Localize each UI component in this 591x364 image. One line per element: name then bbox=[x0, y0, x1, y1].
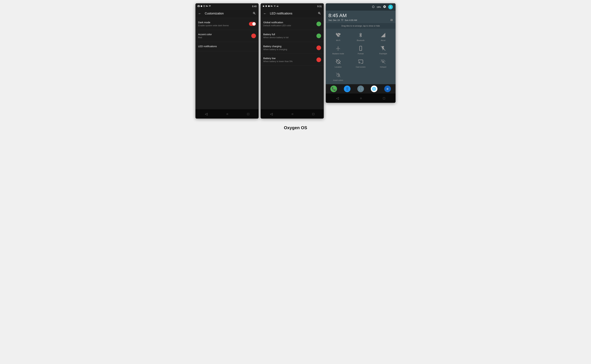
battery-percent: 19% bbox=[377, 6, 381, 8]
dock-chrome[interactable]: 🌐 bbox=[371, 85, 378, 92]
vibrate-icon-2 bbox=[268, 5, 270, 8]
status-left-icons-2 bbox=[263, 5, 279, 8]
dock-apps[interactable]: ⋮⋮ bbox=[357, 85, 364, 92]
home-nav-1[interactable]: ○ bbox=[223, 111, 232, 117]
key-icon-1 bbox=[206, 5, 208, 8]
dark-mode-subtitle: Enable system wide dark theme bbox=[198, 24, 229, 27]
led-battery-charging-subtitle: When battery is charging bbox=[263, 48, 287, 51]
qs-drag-hint: Drag tiles to re-arrange, tap to show or… bbox=[326, 23, 396, 29]
home-nav-3[interactable]: ○ bbox=[357, 95, 365, 101]
status-bar-1: 8:40 bbox=[195, 3, 259, 9]
tile-hotspot[interactable]: Hotspot bbox=[372, 57, 394, 70]
dark-mode-toggle[interactable] bbox=[249, 22, 256, 26]
back-nav-1[interactable]: ◁ bbox=[202, 110, 211, 117]
bluetooth-icon bbox=[358, 32, 363, 38]
time-2: 9:31 bbox=[317, 5, 322, 8]
vibrate-icon-1 bbox=[200, 5, 202, 8]
qs-alarm-time: Sun 4:00 AM bbox=[345, 19, 357, 21]
qs-header: 8:45 AM Sat, Dec 19 Sun 4:00 AM bbox=[326, 11, 396, 23]
led-battery-charging-dot bbox=[316, 46, 321, 50]
led-battery-charging-item[interactable]: Battery charging When battery is chargin… bbox=[261, 42, 324, 54]
lock-icon-2 bbox=[263, 5, 265, 8]
search-icon-2[interactable] bbox=[318, 12, 321, 16]
screen2-title: LED notifications bbox=[270, 12, 318, 15]
recents-nav-2[interactable]: □ bbox=[309, 111, 318, 117]
phone-led: 9:31 ← LED notifications Global notifica… bbox=[261, 3, 324, 119]
tile-invert[interactable]: Invert colors bbox=[327, 70, 349, 83]
tile-wifi-label: Wi-Fi bbox=[336, 39, 340, 41]
tile-cast[interactable]: Cast screen bbox=[350, 57, 372, 70]
tile-portrait[interactable]: Portrait bbox=[350, 43, 372, 56]
portrait-icon bbox=[358, 46, 363, 52]
bug-icon-2 bbox=[265, 5, 267, 8]
led-battery-low-item[interactable]: Battery low When battery is lower than 5… bbox=[261, 54, 324, 66]
footer-title: Oxygen OS bbox=[284, 125, 307, 130]
time-1: 8:40 bbox=[252, 5, 257, 8]
led-global-subtitle: Default notification LED color bbox=[263, 24, 291, 27]
nav-bar-2: ◁ ○ □ bbox=[261, 109, 324, 119]
led-battery-charging-text: Battery charging When battery is chargin… bbox=[263, 45, 287, 51]
signal-bars-icon bbox=[380, 32, 386, 38]
tile-bluetooth-label: Bluetooth bbox=[357, 39, 365, 41]
led-battery-low-dot bbox=[316, 58, 321, 62]
tile-aircel[interactable]: Aircel bbox=[372, 30, 394, 43]
qs-top-bar: 19% A bbox=[326, 3, 396, 11]
hotspot-off-icon bbox=[380, 59, 386, 65]
tile-portrait-label: Portrait bbox=[358, 53, 364, 55]
dark-mode-title: Dark mode bbox=[198, 21, 229, 24]
qs-date: Sat, Dec 19 bbox=[328, 19, 340, 21]
signal-icon-1 bbox=[209, 5, 211, 8]
customization-content: Dark mode Enable system wide dark theme … bbox=[195, 18, 259, 109]
tile-location[interactable]: Location bbox=[327, 57, 349, 70]
qs-tiles-grid: Wi-Fi Bluetooth Aircel bbox=[326, 29, 396, 84]
dock-contacts[interactable]: 👤 bbox=[344, 85, 351, 92]
accent-color-title: Accent color bbox=[198, 33, 212, 36]
user-avatar[interactable]: A bbox=[388, 5, 393, 9]
dark-mode-item[interactable]: Dark mode Enable system wide dark theme bbox=[195, 18, 259, 30]
dock-messages[interactable]: ≡ bbox=[384, 85, 391, 92]
back-nav-2[interactable]: ◁ bbox=[267, 110, 276, 117]
dark-mode-text: Dark mode Enable system wide dark theme bbox=[198, 21, 229, 27]
led-battery-full-title: Battery full bbox=[263, 33, 289, 36]
tile-airplane-label: Airplane mode bbox=[332, 53, 344, 55]
settings-icon[interactable] bbox=[383, 5, 386, 9]
led-global-text: Global notification Default notification… bbox=[263, 21, 291, 27]
svg-rect-1 bbox=[359, 46, 362, 51]
dock-phone[interactable]: 📞 bbox=[330, 85, 337, 92]
led-battery-full-text: Battery full When device battery is full bbox=[263, 33, 289, 39]
wifi-off-icon bbox=[336, 32, 341, 38]
accent-color-dot bbox=[251, 33, 256, 38]
recents-nav-1[interactable]: □ bbox=[244, 111, 252, 117]
led-global-title: Global notification bbox=[263, 21, 291, 24]
phone-quick-settings: 19% A 8:45 AM Sat, Dec 19 Sun 4:00 AM Dr… bbox=[326, 3, 396, 103]
accent-color-item[interactable]: Accent color Red bbox=[195, 30, 259, 42]
back-nav-3[interactable]: ◁ bbox=[333, 95, 342, 101]
home-nav-2[interactable]: ○ bbox=[288, 111, 297, 117]
svg-point-0 bbox=[372, 6, 374, 8]
phone-customization: 8:40 ← Customization Dark mode Enable sy… bbox=[195, 3, 259, 119]
led-notifications-item[interactable]: LED notifications bbox=[195, 42, 259, 51]
tile-airplane[interactable]: Airplane mode bbox=[327, 43, 349, 56]
tile-bluetooth[interactable]: Bluetooth bbox=[350, 30, 372, 43]
recents-nav-3[interactable]: □ bbox=[380, 95, 388, 101]
cast-icon bbox=[358, 59, 363, 65]
flashlight-icon bbox=[380, 46, 386, 52]
led-global-item[interactable]: Global notification Default notification… bbox=[261, 18, 324, 30]
led-battery-full-item[interactable]: Battery full When device battery is full bbox=[261, 30, 324, 42]
search-icon-1[interactable] bbox=[253, 12, 256, 16]
back-button-2[interactable]: ← bbox=[263, 12, 266, 15]
tile-aircel-label: Aircel bbox=[381, 39, 385, 41]
key-icon-2 bbox=[271, 5, 273, 8]
led-notifications-title: LED notifications bbox=[198, 45, 217, 48]
status-bar-2: 9:31 bbox=[261, 3, 324, 9]
led-battery-full-subtitle: When device battery is full bbox=[263, 36, 289, 39]
back-button-1[interactable]: ← bbox=[198, 12, 201, 15]
tile-wifi[interactable]: Wi-Fi bbox=[327, 30, 349, 43]
alarm-clock-icon bbox=[341, 19, 343, 22]
led-battery-low-subtitle: When battery is lower than 5% bbox=[263, 60, 292, 63]
camera-icon-1 bbox=[198, 5, 200, 8]
nav-bar-1: ◁ ○ □ bbox=[195, 109, 259, 119]
nav-bar-3: ◁ ○ □ bbox=[326, 93, 396, 103]
accent-color-subtitle: Red bbox=[198, 36, 212, 39]
tile-flashlight[interactable]: Flashlight bbox=[372, 43, 394, 56]
